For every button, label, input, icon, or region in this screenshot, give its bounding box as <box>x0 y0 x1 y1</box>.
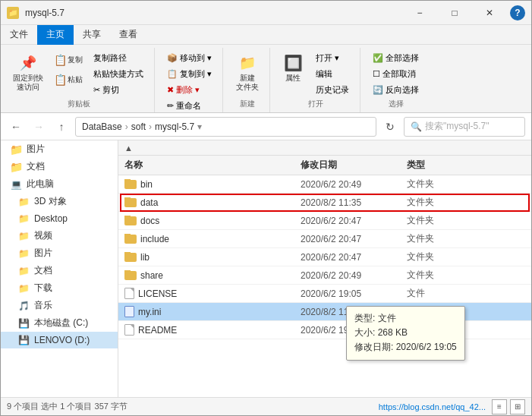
file-row-license[interactable]: LICENSE 2020/6/2 19:05 文件 <box>118 285 531 303</box>
deselect-all-button[interactable]: ☐ 全部取消 <box>368 67 423 81</box>
move-to-button[interactable]: 📦 移动到 ▾ <box>162 51 216 65</box>
back-button[interactable]: ← <box>7 118 25 136</box>
close-button[interactable]: ✕ <box>472 1 507 25</box>
file-list: ▲ 名称 修改日期 类型 bin 2020/6/2 20:49 文件夹 <box>118 140 531 397</box>
invert-selection-button[interactable]: 🔄 反向选择 <box>368 83 423 97</box>
view-details-button[interactable]: ≡ <box>492 399 507 414</box>
sidebar: 📁 图片 📁 文档 💻 此电脑 📁 3D 对象 📁 Desktop 📁 <box>1 140 118 397</box>
history-button[interactable]: 历史记录 <box>311 83 354 97</box>
menu-item-share[interactable]: 共享 <box>74 25 110 45</box>
ribbon-copy-button[interactable]: 📋 复制 <box>49 51 86 69</box>
maximize-button[interactable]: □ <box>437 1 472 25</box>
paste-icon: 📋 <box>52 72 68 87</box>
path-segment-1[interactable]: DataBase <box>82 121 122 132</box>
file-name-data: data <box>118 197 301 208</box>
clipboard-label: 剪贴板 <box>68 99 90 111</box>
folder-music-icon: 🎵 <box>17 300 30 312</box>
sidebar-item-pictures2[interactable]: 📁 图片 <box>1 244 118 262</box>
sidebar-item-desktop[interactable]: 📁 Desktop <box>1 210 118 227</box>
file-row-data[interactable]: data 2020/8/2 11:35 文件夹 <box>118 194 531 212</box>
file-name-docs: docs <box>118 216 301 226</box>
copy-to-button[interactable]: 📋 复制到 ▾ <box>162 67 216 81</box>
open-button[interactable]: 打开 ▾ <box>311 51 354 65</box>
ribbon-clipboard-buttons: 📌 固定到快速访问 📋 复制 📋 粘贴 复制路径 粘贴快捷方式 <box>10 49 148 99</box>
file-name-lib: lib <box>118 252 301 263</box>
search-box[interactable]: 🔍 搜索"mysql-5.7" <box>404 117 525 137</box>
copy-path-button[interactable]: 复制路径 <box>89 51 148 65</box>
ribbon-pin-button[interactable]: 📌 固定到快速访问 <box>10 51 46 93</box>
folder-icon: 📁 <box>10 143 22 156</box>
delete-button[interactable]: ✖ 删除 ▾ <box>162 83 216 97</box>
menu-item-home[interactable]: 主页 <box>37 25 74 45</box>
file-name-share: share <box>118 270 301 281</box>
file-row-myini[interactable]: my.ini 2020/8/2 11:56 配置设置 <box>118 303 531 321</box>
properties-button[interactable]: 🔲 属性 <box>278 51 308 84</box>
file-row-lib[interactable]: lib 2020/6/2 20:47 文件夹 <box>118 248 531 266</box>
sidebar-item-docs2[interactable]: 📁 文档 <box>1 262 118 279</box>
title-bar: 📁 mysql-5.7 − □ ✕ ? <box>1 1 531 25</box>
menu-bar: 文件 主页 共享 查看 <box>1 25 531 45</box>
menu-item-view[interactable]: 查看 <box>110 25 146 45</box>
select-all-button[interactable]: ✅ 全部选择 <box>368 51 423 65</box>
refresh-button[interactable]: ↻ <box>381 118 399 136</box>
path-segment-3[interactable]: mysql-5.7 <box>155 121 194 132</box>
sidebar-item-downloads[interactable]: 📁 下载 <box>1 279 118 297</box>
folder-icon <box>124 271 137 280</box>
status-icons: ≡ ⊞ <box>492 399 525 414</box>
minimize-button[interactable]: − <box>402 1 437 25</box>
file-name-readme: README <box>118 324 301 336</box>
file-row-include[interactable]: include 2020/6/2 20:47 文件夹 <box>118 230 531 248</box>
ribbon-group-new: 📁 新建文件夹 新建 <box>225 48 270 112</box>
file-row-bin[interactable]: bin 2020/6/2 20:49 文件夹 <box>118 175 531 194</box>
ribbon: 📌 固定到快速访问 📋 复制 📋 粘贴 复制路径 粘贴快捷方式 <box>1 45 531 113</box>
sidebar-item-pictures1[interactable]: 📁 图片 <box>1 140 118 158</box>
col-name-header[interactable]: 名称 <box>118 159 301 172</box>
col-type-header[interactable]: 类型 <box>407 159 483 172</box>
address-path[interactable]: DataBase › soft › mysql-5.7 ▾ <box>75 117 376 137</box>
folder-icon <box>124 216 137 225</box>
sort-bar: ▲ <box>118 140 531 156</box>
ribbon-group-open: 🔲 属性 打开 ▾ 编辑 历史记录 打开 <box>272 48 360 112</box>
up-button[interactable]: ↑ <box>52 118 71 136</box>
sidebar-item-docs1[interactable]: 📁 文档 <box>1 158 118 175</box>
help-button[interactable]: ? <box>510 5 525 20</box>
address-bar: ← → ↑ DataBase › soft › mysql-5.7 ▾ ↻ 🔍 … <box>1 113 531 140</box>
ribbon-group-select: ✅ 全部选择 ☐ 全部取消 🔄 反向选择 选择 <box>362 48 430 112</box>
cut-button[interactable]: ✂ 剪切 <box>89 83 148 97</box>
edit-button[interactable]: 编辑 <box>311 67 354 81</box>
status-right: https://blog.csdn.net/qq_42... <box>379 402 486 411</box>
sidebar-item-drive-d[interactable]: 💾 LENOVO (D:) <box>1 332 118 348</box>
col-date-header[interactable]: 修改日期 <box>301 159 407 172</box>
folder-desktop-icon: 📁 <box>17 213 30 225</box>
sidebar-item-3dobjects[interactable]: 📁 3D 对象 <box>1 193 118 210</box>
view-tiles-button[interactable]: ⊞ <box>510 399 525 414</box>
sidebar-item-videos[interactable]: 📁 视频 <box>1 227 118 244</box>
paste-shortcut-button[interactable]: 粘贴快捷方式 <box>89 67 148 81</box>
new-folder-button[interactable]: 📁 新建文件夹 <box>232 51 263 93</box>
select-label: 选择 <box>389 99 404 111</box>
sidebar-item-music[interactable]: 🎵 音乐 <box>1 297 118 314</box>
ribbon-new-buttons: 📁 新建文件夹 <box>232 49 263 99</box>
status-bar: 9 个项目 选中 1 个项目 357 字节 https://blog.csdn.… <box>1 397 531 415</box>
copy-icon: 📋 <box>52 52 68 68</box>
sidebar-item-drive-c[interactable]: 💾 本地磁盘 (C:) <box>1 314 118 332</box>
rename-button[interactable]: ✏ 重命名 <box>162 99 216 113</box>
sidebar-item-thispc[interactable]: 💻 此电脑 <box>1 175 118 193</box>
tooltip: 类型: 文件 大小: 268 KB 修改日期: 2020/6/2 19:05 <box>346 306 465 361</box>
path-segment-2[interactable]: soft <box>131 121 146 132</box>
ribbon-group-organize: 📦 移动到 ▾ 📋 复制到 ▾ ✖ 删除 ▾ ✏ 重命名 组织 <box>156 48 223 112</box>
file-row-docs[interactable]: docs 2020/6/2 20:47 文件夹 <box>118 212 531 230</box>
drive-d-icon: 💾 <box>17 334 30 346</box>
folder-video-icon: 📁 <box>17 230 30 242</box>
file-row-readme[interactable]: README 2020/6/2 19:05 文件 <box>118 321 531 339</box>
file-row-share[interactable]: share 2020/6/2 20:49 文件夹 <box>118 266 531 285</box>
search-placeholder: 搜索"mysql-5.7" <box>425 120 490 133</box>
drive-c-icon: 💾 <box>17 317 30 329</box>
window: 📁 mysql-5.7 − □ ✕ ? 文件 主页 共享 查看 📌 固定到快速访… <box>0 0 532 416</box>
forward-button[interactable]: → <box>30 118 48 136</box>
ribbon-paste-button[interactable]: 📋 粘贴 <box>49 71 86 89</box>
search-icon: 🔍 <box>411 121 422 132</box>
menu-item-file[interactable]: 文件 <box>1 25 37 45</box>
file-row-data-wrapper: data 2020/8/2 11:35 文件夹 <box>118 194 531 212</box>
tooltip-line-2: 大小: 268 KB <box>354 326 457 340</box>
